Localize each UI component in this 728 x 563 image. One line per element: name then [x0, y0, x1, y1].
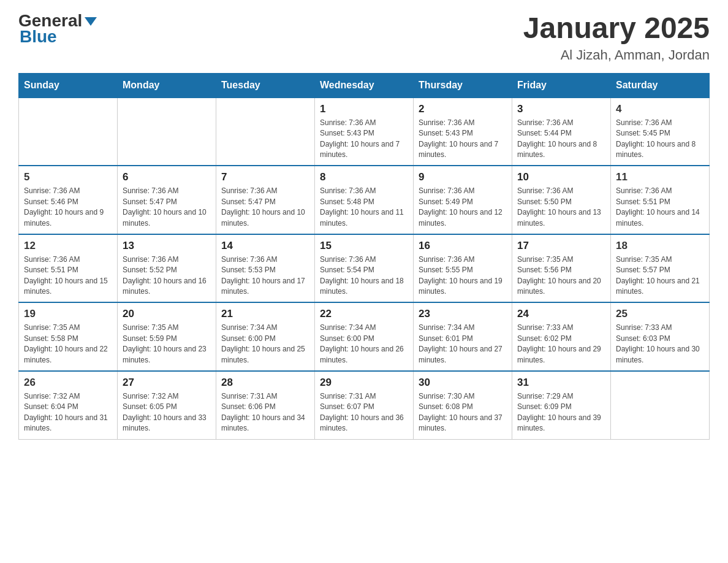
calendar-title: January 2025: [523, 12, 710, 45]
day-number: 5: [24, 171, 112, 183]
header-monday: Monday: [118, 73, 216, 98]
day-cell: 9Sunrise: 7:36 AMSunset: 5:49 PMDaylight…: [414, 166, 512, 234]
day-number: 19: [24, 308, 112, 320]
day-cell: [118, 98, 216, 166]
day-cell: 22Sunrise: 7:34 AMSunset: 6:00 PMDayligh…: [315, 302, 414, 371]
day-info: Sunrise: 7:35 AMSunset: 5:59 PMDaylight:…: [123, 323, 211, 366]
day-info: Sunrise: 7:36 AMSunset: 5:44 PMDaylight:…: [517, 118, 605, 161]
day-info: Sunrise: 7:36 AMSunset: 5:52 PMDaylight:…: [123, 255, 211, 297]
calendar-table: SundayMondayTuesdayWednesdayThursdayFrid…: [18, 73, 710, 440]
day-cell: 18Sunrise: 7:35 AMSunset: 5:57 PMDayligh…: [611, 234, 710, 303]
day-number: 21: [221, 308, 309, 320]
day-number: 28: [221, 377, 309, 389]
day-number: 17: [517, 240, 605, 252]
header-thursday: Thursday: [414, 73, 512, 98]
day-number: 2: [419, 103, 507, 115]
day-info: Sunrise: 7:35 AMSunset: 5:58 PMDaylight:…: [24, 323, 112, 366]
header-sunday: Sunday: [19, 73, 118, 98]
day-cell: 16Sunrise: 7:36 AMSunset: 5:55 PMDayligh…: [414, 234, 512, 303]
day-cell: 30Sunrise: 7:30 AMSunset: 6:08 PMDayligh…: [414, 371, 512, 439]
calendar-header: SundayMondayTuesdayWednesdayThursdayFrid…: [19, 73, 710, 98]
day-info: Sunrise: 7:36 AMSunset: 5:47 PMDaylight:…: [221, 186, 309, 229]
day-number: 25: [616, 308, 704, 320]
day-cell: 17Sunrise: 7:35 AMSunset: 5:56 PMDayligh…: [512, 234, 611, 303]
day-number: 14: [221, 240, 309, 252]
day-cell: 7Sunrise: 7:36 AMSunset: 5:47 PMDaylight…: [216, 166, 315, 234]
day-cell: 15Sunrise: 7:36 AMSunset: 5:54 PMDayligh…: [315, 234, 414, 303]
day-number: 11: [616, 171, 704, 183]
day-cell: 1Sunrise: 7:36 AMSunset: 5:43 PMDaylight…: [315, 98, 414, 166]
day-number: 15: [320, 240, 408, 252]
weekday-header-row: SundayMondayTuesdayWednesdayThursdayFrid…: [19, 73, 710, 98]
day-cell: 27Sunrise: 7:32 AMSunset: 6:05 PMDayligh…: [118, 371, 216, 439]
logo-arrow-icon: [85, 17, 97, 26]
day-number: 30: [419, 377, 507, 389]
week-row-2: 5Sunrise: 7:36 AMSunset: 5:46 PMDaylight…: [19, 166, 710, 234]
day-number: 22: [320, 308, 408, 320]
day-info: Sunrise: 7:36 AMSunset: 5:43 PMDaylight:…: [419, 118, 507, 161]
day-cell: 6Sunrise: 7:36 AMSunset: 5:47 PMDaylight…: [118, 166, 216, 234]
day-cell: 8Sunrise: 7:36 AMSunset: 5:48 PMDaylight…: [315, 166, 414, 234]
day-cell: [611, 371, 710, 439]
day-number: 10: [517, 171, 605, 183]
day-info: Sunrise: 7:35 AMSunset: 5:57 PMDaylight:…: [616, 255, 704, 297]
day-number: 27: [123, 377, 211, 389]
day-info: Sunrise: 7:36 AMSunset: 5:50 PMDaylight:…: [517, 186, 605, 229]
day-info: Sunrise: 7:36 AMSunset: 5:43 PMDaylight:…: [320, 118, 408, 161]
day-number: 8: [320, 171, 408, 183]
day-cell: [19, 98, 118, 166]
day-info: Sunrise: 7:33 AMSunset: 6:03 PMDaylight:…: [616, 323, 704, 366]
day-cell: 25Sunrise: 7:33 AMSunset: 6:03 PMDayligh…: [611, 302, 710, 371]
day-info: Sunrise: 7:36 AMSunset: 5:54 PMDaylight:…: [320, 255, 408, 297]
day-number: 13: [123, 240, 211, 252]
day-cell: 14Sunrise: 7:36 AMSunset: 5:53 PMDayligh…: [216, 234, 315, 303]
day-info: Sunrise: 7:35 AMSunset: 5:56 PMDaylight:…: [517, 255, 605, 297]
day-info: Sunrise: 7:31 AMSunset: 6:06 PMDaylight:…: [221, 391, 309, 434]
day-cell: 28Sunrise: 7:31 AMSunset: 6:06 PMDayligh…: [216, 371, 315, 439]
day-number: 24: [517, 308, 605, 320]
day-cell: 29Sunrise: 7:31 AMSunset: 6:07 PMDayligh…: [315, 371, 414, 439]
day-cell: 13Sunrise: 7:36 AMSunset: 5:52 PMDayligh…: [118, 234, 216, 303]
day-cell: 11Sunrise: 7:36 AMSunset: 5:51 PMDayligh…: [611, 166, 710, 234]
day-cell: 19Sunrise: 7:35 AMSunset: 5:58 PMDayligh…: [19, 302, 118, 371]
day-info: Sunrise: 7:36 AMSunset: 5:55 PMDaylight:…: [419, 255, 507, 297]
day-number: 23: [419, 308, 507, 320]
day-number: 16: [419, 240, 507, 252]
day-number: 6: [123, 171, 211, 183]
logo: General Blue: [18, 12, 97, 45]
day-number: 29: [320, 377, 408, 389]
day-info: Sunrise: 7:36 AMSunset: 5:48 PMDaylight:…: [320, 186, 408, 229]
day-info: Sunrise: 7:36 AMSunset: 5:51 PMDaylight:…: [24, 255, 112, 297]
day-cell: 31Sunrise: 7:29 AMSunset: 6:09 PMDayligh…: [512, 371, 611, 439]
day-info: Sunrise: 7:34 AMSunset: 6:00 PMDaylight:…: [221, 323, 309, 366]
day-info: Sunrise: 7:36 AMSunset: 5:51 PMDaylight:…: [616, 186, 704, 229]
week-row-3: 12Sunrise: 7:36 AMSunset: 5:51 PMDayligh…: [19, 234, 710, 303]
header-wednesday: Wednesday: [315, 73, 414, 98]
header-friday: Friday: [512, 73, 611, 98]
day-cell: 5Sunrise: 7:36 AMSunset: 5:46 PMDaylight…: [19, 166, 118, 234]
day-cell: 24Sunrise: 7:33 AMSunset: 6:02 PMDayligh…: [512, 302, 611, 371]
day-number: 1: [320, 103, 408, 115]
header-tuesday: Tuesday: [216, 73, 315, 98]
day-info: Sunrise: 7:29 AMSunset: 6:09 PMDaylight:…: [517, 391, 605, 434]
week-row-5: 26Sunrise: 7:32 AMSunset: 6:04 PMDayligh…: [19, 371, 710, 439]
logo-blue-text: Blue: [20, 28, 97, 45]
day-info: Sunrise: 7:36 AMSunset: 5:46 PMDaylight:…: [24, 186, 112, 229]
day-info: Sunrise: 7:36 AMSunset: 5:53 PMDaylight:…: [221, 255, 309, 297]
week-row-1: 1Sunrise: 7:36 AMSunset: 5:43 PMDaylight…: [19, 98, 710, 166]
header-saturday: Saturday: [611, 73, 710, 98]
day-info: Sunrise: 7:32 AMSunset: 6:05 PMDaylight:…: [123, 391, 211, 434]
day-number: 26: [24, 377, 112, 389]
day-number: 4: [616, 103, 704, 115]
day-cell: 12Sunrise: 7:36 AMSunset: 5:51 PMDayligh…: [19, 234, 118, 303]
day-cell: 23Sunrise: 7:34 AMSunset: 6:01 PMDayligh…: [414, 302, 512, 371]
day-number: 7: [221, 171, 309, 183]
day-info: Sunrise: 7:36 AMSunset: 5:49 PMDaylight:…: [419, 186, 507, 229]
day-number: 3: [517, 103, 605, 115]
day-number: 31: [517, 377, 605, 389]
day-cell: 21Sunrise: 7:34 AMSunset: 6:00 PMDayligh…: [216, 302, 315, 371]
day-cell: 2Sunrise: 7:36 AMSunset: 5:43 PMDaylight…: [414, 98, 512, 166]
day-number: 9: [419, 171, 507, 183]
day-info: Sunrise: 7:32 AMSunset: 6:04 PMDaylight:…: [24, 391, 112, 434]
day-cell: 20Sunrise: 7:35 AMSunset: 5:59 PMDayligh…: [118, 302, 216, 371]
